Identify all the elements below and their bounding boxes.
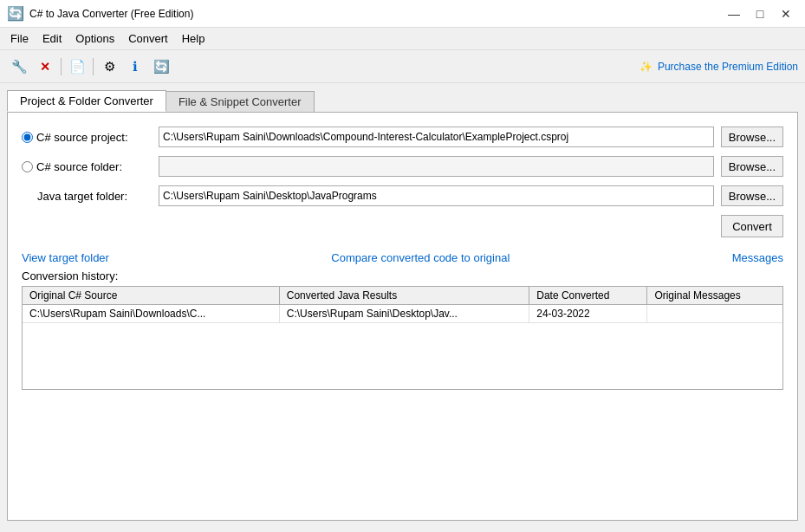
table-header-row: Original C# Source Converted Java Result… [23,287,782,305]
toolbar-buttons: 🔧 ✕ 📄 ⚙ ℹ 🔄 [7,55,173,78]
title-bar: 🔄 C# to Java Converter (Free Edition) — … [0,0,805,28]
col-original-messages: Original Messages [647,287,782,305]
history-table: Original C# Source Converted Java Result… [23,287,782,323]
source-project-input[interactable]: C:\Users\Rupam Saini\Downloads\Compound-… [159,127,714,147]
target-folder-input[interactable]: C:\Users\Rupam Saini\Desktop\JavaProgram… [159,185,714,206]
col-original-source: Original C# Source [23,287,279,305]
compare-code-link[interactable]: Compare converted code to original [331,251,510,264]
table-cell-dateConverted: 24-03-2022 [529,305,647,323]
links-row: View target folder Compare converted cod… [22,251,783,264]
view-target-folder-link[interactable]: View target folder [22,251,109,264]
toolbar-refresh-btn[interactable]: 🔄 [149,55,173,78]
convert-row: Convert [22,215,783,237]
table-row[interactable]: C:\Users\Rupam Saini\Downloads\C...C:\Us… [23,305,782,323]
menu-bar: File Edit Options Convert Help [0,28,805,50]
maximize-button[interactable]: □ [748,4,772,23]
menu-convert[interactable]: Convert [121,30,175,47]
minimize-button[interactable]: — [722,4,746,23]
col-date-converted: Date Converted [529,287,647,305]
menu-file[interactable]: File [3,30,36,47]
table-cell-originalSource: C:\Users\Rupam Saini\Downloads\C... [23,305,279,323]
close-button[interactable]: ✕ [774,4,798,23]
source-project-radio[interactable] [22,132,33,143]
convert-button[interactable]: Convert [721,215,783,237]
window-title: C# to Java Converter (Free Edition) [29,8,193,20]
tab-project-folder[interactable]: Project & Folder Converter [7,90,166,112]
toolbar-settings-btn[interactable]: ⚙ [97,55,121,78]
app-icon: 🔄 [7,5,24,22]
premium-icon: ✨ [639,61,652,73]
toolbar-separator-1 [61,58,62,75]
target-folder-row: Java target folder: C:\Users\Rupam Saini… [22,185,783,206]
source-folder-input[interactable] [159,156,714,177]
toolbar: 🔧 ✕ 📄 ⚙ ℹ 🔄 ✨ Purchase the Premium Editi… [0,50,805,83]
toolbar-close-btn[interactable]: ✕ [33,55,57,78]
tab-file-snippet[interactable]: File & Snippet Converter [166,91,315,112]
main-content: Project & Folder Converter File & Snippe… [0,83,805,532]
source-project-row: C# source project: C:\Users\Rupam Saini\… [22,127,783,147]
main-panel: C# source project: C:\Users\Rupam Saini\… [7,112,798,521]
menu-options[interactable]: Options [68,30,121,47]
source-folder-row: C# source folder: Browse... [22,156,783,177]
menu-edit[interactable]: Edit [36,30,68,47]
messages-link[interactable]: Messages [732,251,783,264]
source-project-label: C# source project: [22,131,152,144]
target-folder-browse-btn[interactable]: Browse... [721,185,783,206]
toolbar-open-btn[interactable]: 🔧 [7,55,31,78]
table-cell-convertedResults: C:\Users\Rupam Saini\Desktop\Jav... [279,305,529,323]
source-project-browse-btn[interactable]: Browse... [721,127,783,147]
premium-link[interactable]: ✨ Purchase the Premium Edition [639,61,798,73]
premium-text[interactable]: Purchase the Premium Edition [658,61,798,73]
target-folder-label: Java target folder: [22,190,152,203]
source-folder-radio[interactable] [22,161,33,172]
toolbar-separator-2 [93,58,94,75]
history-label: Conversion history: [22,269,783,282]
source-folder-browse-btn[interactable]: Browse... [721,156,783,177]
history-table-container[interactable]: Original C# Source Converted Java Result… [22,286,783,390]
table-cell-originalMessages [647,305,782,323]
col-converted-results: Converted Java Results [279,287,529,305]
source-folder-label: C# source folder: [22,160,152,173]
window-controls: — □ ✕ [722,4,798,23]
tab-bar: Project & Folder Converter File & Snippe… [7,90,798,112]
menu-help[interactable]: Help [175,30,212,47]
toolbar-info-btn[interactable]: ℹ [123,55,147,78]
toolbar-file-btn[interactable]: 📄 [65,55,89,78]
